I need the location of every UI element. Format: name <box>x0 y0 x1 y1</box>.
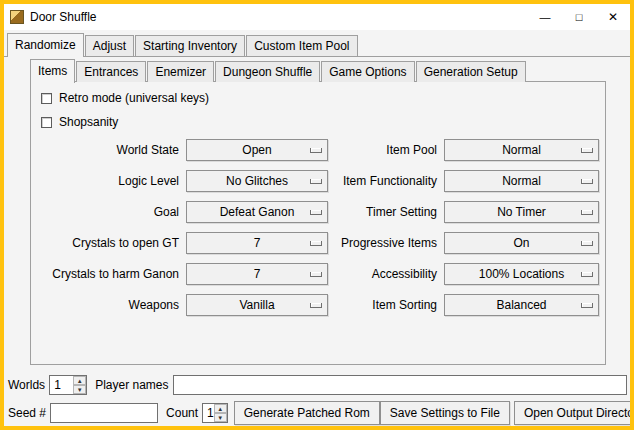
seed-input[interactable] <box>50 403 158 423</box>
dropdown-indicator-icon <box>581 210 593 215</box>
timer-setting-label: Timer Setting <box>335 205 437 219</box>
item-sorting-dropdown[interactable]: Balanced <box>444 294 599 316</box>
close-icon[interactable]: ✕ <box>596 4 630 30</box>
window-controls: — □ ✕ <box>528 4 630 30</box>
item-pool-dropdown[interactable]: Normal <box>444 139 599 161</box>
item-sorting-label: Item Sorting <box>335 298 437 312</box>
weapons-dropdown[interactable]: Vanilla <box>186 294 328 316</box>
maximize-icon[interactable]: □ <box>562 4 596 30</box>
weapons-value: Vanilla <box>239 298 274 312</box>
dropdown-indicator-icon <box>310 303 322 308</box>
timer-setting-value: No Timer <box>497 205 546 219</box>
item-sorting-value: Balanced <box>496 298 546 312</box>
tab-dungeon-shuffle[interactable]: Dungeon Shuffle <box>215 61 320 82</box>
items-pane: Retro mode (universal keys) Shopsanity W… <box>30 81 606 365</box>
tab-items[interactable]: Items <box>30 59 75 83</box>
logic-level-value: No Glitches <box>226 174 288 188</box>
item-functionality-dropdown[interactable]: Normal <box>444 170 599 192</box>
progressive-items-label: Progressive Items <box>335 236 437 250</box>
worlds-stepper[interactable]: 1 ▲ ▼ <box>49 375 87 395</box>
window-content: Randomize Adjust Starting Inventory Cust… <box>4 33 630 429</box>
options-grid: World State Open Item Pool Normal Logic … <box>33 139 605 316</box>
tab-starting-inventory[interactable]: Starting Inventory <box>135 35 245 56</box>
worlds-stepper-arrows: ▲ ▼ <box>73 376 86 394</box>
generate-patched-rom-button[interactable]: Generate Patched Rom <box>234 401 380 425</box>
item-functionality-label: Item Functionality <box>335 174 437 188</box>
item-pool-value: Normal <box>502 143 541 157</box>
tab-game-options[interactable]: Game Options <box>321 61 414 82</box>
logic-level-label: Logic Level <box>33 174 179 188</box>
main-tab-bar: Randomize Adjust Starting Inventory Cust… <box>4 33 630 57</box>
dropdown-indicator-icon <box>581 303 593 308</box>
generate-row: Seed # Count 1 ▲ ▼ Generate Patched Rom … <box>8 401 627 425</box>
item-pool-label: Item Pool <box>335 143 437 157</box>
progressive-items-dropdown[interactable]: On <box>444 232 599 254</box>
player-names-label: Player names <box>95 378 168 392</box>
randomize-panel: Items Entrances Enemizer Dungeon Shuffle… <box>30 59 606 365</box>
dropdown-indicator-icon <box>310 241 322 246</box>
count-value: 1 <box>203 404 214 422</box>
tab-entrances[interactable]: Entrances <box>76 61 146 82</box>
spin-up-icon[interactable]: ▲ <box>214 404 227 413</box>
dropdown-indicator-icon <box>310 148 322 153</box>
player-names-input[interactable] <box>173 375 628 395</box>
shopsanity-checkbox-row[interactable]: Shopsanity <box>41 115 605 129</box>
crystals-ganon-dropdown[interactable]: 7 <box>186 263 328 285</box>
dropdown-indicator-icon <box>581 179 593 184</box>
count-stepper-arrows: ▲ ▼ <box>214 404 227 422</box>
retro-mode-label: Retro mode (universal keys) <box>59 91 209 105</box>
world-state-dropdown[interactable]: Open <box>186 139 328 161</box>
tab-randomize[interactable]: Randomize <box>7 33 84 57</box>
goal-label: Goal <box>33 205 179 219</box>
crystals-gt-label: Crystals to open GT <box>33 236 179 250</box>
progressive-items-value: On <box>513 236 529 250</box>
tab-enemizer[interactable]: Enemizer <box>147 61 214 82</box>
tab-adjust[interactable]: Adjust <box>85 35 134 56</box>
spin-up-icon[interactable]: ▲ <box>73 376 86 385</box>
retro-mode-checkbox[interactable] <box>41 93 52 104</box>
crystals-gt-dropdown[interactable]: 7 <box>186 232 328 254</box>
shopsanity-label: Shopsanity <box>59 115 118 129</box>
worlds-label: Worlds <box>8 378 45 392</box>
crystals-ganon-label: Crystals to harm Ganon <box>33 267 179 281</box>
titlebar[interactable]: Door Shuffle — □ ✕ <box>4 4 630 30</box>
goal-value: Defeat Ganon <box>220 205 295 219</box>
window: Door Shuffle — □ ✕ Randomize Adjust Star… <box>0 0 634 430</box>
retro-mode-checkbox-row[interactable]: Retro mode (universal keys) <box>41 91 605 105</box>
dropdown-indicator-icon <box>581 241 593 246</box>
dropdown-indicator-icon <box>310 179 322 184</box>
goal-dropdown[interactable]: Defeat Ganon <box>186 201 328 223</box>
randomize-tab-bar: Items Entrances Enemizer Dungeon Shuffle… <box>30 59 606 82</box>
dropdown-indicator-icon <box>310 272 322 277</box>
count-label: Count <box>166 406 198 420</box>
item-functionality-value: Normal <box>502 174 541 188</box>
seed-label: Seed # <box>8 406 46 420</box>
world-state-value: Open <box>242 143 271 157</box>
weapons-label: Weapons <box>33 298 179 312</box>
dropdown-indicator-icon <box>581 148 593 153</box>
window-title: Door Shuffle <box>30 4 97 30</box>
worlds-value: 1 <box>50 376 73 394</box>
logic-level-dropdown[interactable]: No Glitches <box>186 170 328 192</box>
tab-generation-setup[interactable]: Generation Setup <box>416 61 526 82</box>
world-state-label: World State <box>33 143 179 157</box>
save-settings-button[interactable]: Save Settings to File <box>380 401 510 425</box>
timer-setting-dropdown[interactable]: No Timer <box>444 201 599 223</box>
accessibility-dropdown[interactable]: 100% Locations <box>444 263 599 285</box>
crystals-gt-value: 7 <box>254 236 261 250</box>
count-stepper[interactable]: 1 ▲ ▼ <box>202 403 228 423</box>
spin-down-icon[interactable]: ▼ <box>214 413 227 422</box>
open-output-directory-button[interactable]: Open Output Directory <box>514 401 634 425</box>
app-icon <box>10 10 24 24</box>
spin-down-icon[interactable]: ▼ <box>73 385 86 394</box>
crystals-ganon-value: 7 <box>254 267 261 281</box>
tab-custom-item-pool[interactable]: Custom Item Pool <box>246 35 357 56</box>
shopsanity-checkbox[interactable] <box>41 117 52 128</box>
minimize-icon[interactable]: — <box>528 4 562 30</box>
dropdown-indicator-icon <box>581 272 593 277</box>
accessibility-label: Accessibility <box>335 267 437 281</box>
multiworld-row: Worlds 1 ▲ ▼ Player names <box>8 374 627 396</box>
accessibility-value: 100% Locations <box>479 267 564 281</box>
dropdown-indicator-icon <box>310 210 322 215</box>
